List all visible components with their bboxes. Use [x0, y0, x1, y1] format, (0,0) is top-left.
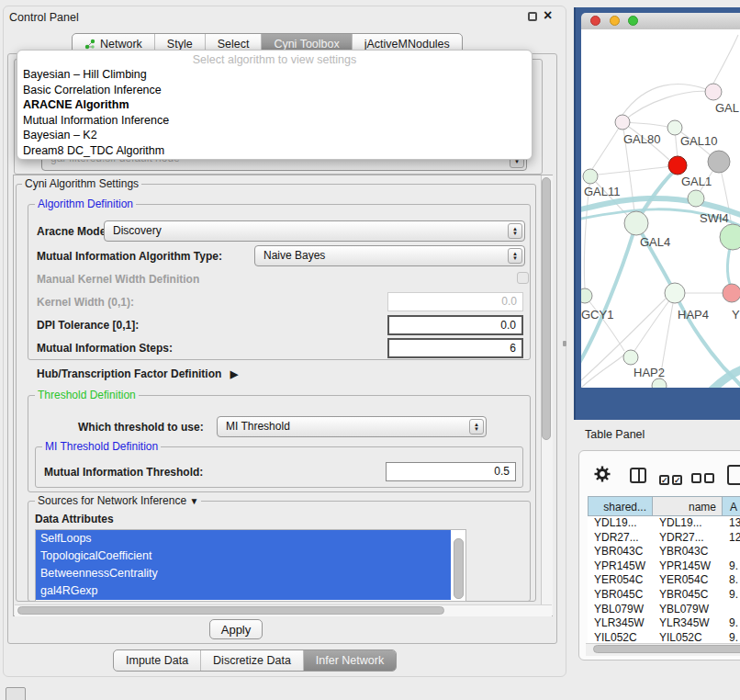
network-edge [622, 85, 713, 115]
mi-steps-label: Mutual Information Steps: [37, 342, 173, 355]
attribute-item-selfloops[interactable]: SelfLoops [36, 530, 451, 548]
network-edge [634, 293, 675, 351]
table-row[interactable]: YBL079WYBL079W [588, 603, 740, 617]
expand-arrow-icon[interactable]: ▶ [230, 368, 238, 379]
network-node-label: GAL80 [623, 132, 660, 146]
table-cell: YLR345W [588, 616, 653, 631]
close-traffic-light[interactable] [590, 16, 600, 26]
algorithm-option-bayesian-k2[interactable]: Bayesian – K2 [17, 128, 532, 143]
network-node[interactable] [667, 120, 682, 135]
table-cell: 12 [723, 531, 740, 546]
close-icon[interactable]: × [544, 7, 552, 24]
network-node-label: HAP4 [678, 308, 709, 322]
float-icon[interactable] [528, 12, 537, 21]
network-node[interactable] [723, 284, 740, 302]
manual-kernel-checkbox[interactable] [517, 272, 529, 284]
split-columns-icon[interactable] [630, 468, 646, 483]
column-header-name[interactable]: name [653, 496, 723, 516]
network-node[interactable] [624, 211, 648, 235]
splitter-handle[interactable] [563, 341, 566, 346]
kernel-width-field[interactable]: 0.0 [387, 292, 523, 311]
network-node[interactable] [583, 169, 598, 184]
network-node[interactable] [652, 378, 667, 388]
network-node[interactable] [708, 151, 730, 173]
network-node[interactable] [665, 283, 685, 303]
which-threshold-combo[interactable]: MI Threshold ▲▼ [217, 416, 487, 437]
collapse-arrow-icon[interactable]: ▼ [189, 496, 198, 506]
network-node[interactable] [623, 350, 638, 365]
network-node[interactable] [705, 84, 722, 100]
mi-threshold-label: Mutual Information Threshold: [44, 466, 203, 479]
attribute-item-betweennesscentrality[interactable]: BetweennessCentrality [36, 565, 451, 582]
new-table-icon[interactable] [727, 465, 740, 485]
table-row[interactable]: YBR043CYBR043C [588, 545, 740, 559]
column-header-shared[interactable]: shared... [588, 496, 653, 516]
network-canvas[interactable]: GALGAL80GAL10GAL1GAL11SWI4GAL4GCY1HAP4YH… [581, 29, 740, 388]
attribute-item-gal4rgexp[interactable]: gal4RGexp [36, 582, 451, 600]
network-window-titlebar[interactable] [581, 13, 740, 30]
bottom-tab-infer-network[interactable]: Infer Network [303, 650, 396, 671]
mi-steps-field[interactable]: 6 [387, 338, 523, 358]
algorithm-option-dream8-dc-tdc-algorithm[interactable]: Dream8 DC_TDC Algorithm [17, 143, 532, 159]
mi-threshold-field[interactable]: 0.5 [386, 462, 516, 481]
table-header-row: shared...nameA [588, 496, 740, 516]
sources-title-text: Sources for Network Inference [38, 494, 186, 507]
algorithm-option-basic-correlation-inference[interactable]: Basic Correlation Inference [17, 83, 532, 98]
aracne-mode-value: Discovery [113, 224, 162, 237]
data-attributes-list[interactable]: SelfLoopsTopologicalCoefficientBetweenne… [35, 529, 466, 602]
network-node[interactable] [668, 156, 687, 175]
network-node[interactable] [581, 288, 592, 303]
stepper-icon[interactable]: ▲▼ [508, 248, 522, 264]
network-graph[interactable]: GALGAL80GAL10GAL1GAL11SWI4GAL4GCY1HAP4YH… [581, 29, 740, 388]
network-node-label: GAL [715, 101, 739, 115]
dpi-tolerance-label: DPI Tolerance [0,1]: [37, 319, 139, 332]
mi-type-label: Mutual Information Algorithm Type: [37, 250, 222, 263]
dpi-tolerance-field[interactable]: 0.0 [387, 315, 523, 335]
table-hscrollbar-thumb[interactable] [593, 645, 740, 653]
network-node[interactable] [688, 190, 704, 207]
stepper-icon[interactable]: ▲▼ [469, 419, 484, 435]
table-row[interactable]: YDR27...YDR27...12 [588, 531, 740, 546]
which-threshold-value: MI Threshold [226, 420, 290, 433]
algorithm-option-aracne-algorithm[interactable]: ARACNE Algorithm [17, 97, 532, 113]
table-row[interactable]: YDL19...YDL19...13 [588, 516, 740, 531]
select-all-checkboxes-icon[interactable]: ✓✓ [659, 470, 685, 487]
table-settings-gear-icon[interactable] [593, 465, 611, 487]
table-cell: YLR345W [653, 616, 723, 631]
algorithm-option-bayesian-hill-climbing[interactable]: Bayesian – Hill Climbing [17, 67, 532, 83]
table-cell: YDL19... [588, 516, 653, 531]
table-row[interactable]: YBR045CYBR045C9. [588, 588, 740, 603]
attributes-vscrollbar-thumb[interactable] [454, 538, 464, 599]
algorithm-dropdown-placeholder: Select algorithm to view settings [17, 51, 532, 67]
settings-vscrollbar-thumb[interactable] [542, 177, 551, 440]
zoom-traffic-light[interactable] [628, 16, 638, 26]
network-node[interactable] [615, 115, 630, 130]
table-row[interactable]: YLR345WYLR345W9. [588, 616, 740, 631]
column-header-a[interactable]: A [723, 496, 740, 516]
attribute-item-topologicalcoefficient[interactable]: TopologicalCoefficient [36, 548, 451, 565]
sources-group-title[interactable]: Sources for Network Inference ▼ [35, 494, 201, 507]
stepper-icon[interactable]: ▲▼ [508, 223, 522, 239]
table-cell: YBR045C [588, 588, 653, 603]
bottom-tab-impute-data[interactable]: Impute Data [114, 650, 200, 671]
deselect-all-checkboxes-icon[interactable] [691, 470, 717, 487]
hub-section-label[interactable]: Hub/Transcription Factor Definition ▶ [37, 367, 238, 380]
table-row[interactable]: YER054CYER054C8. [588, 573, 740, 588]
mi-type-value: Naive Bayes [263, 249, 325, 262]
table-row[interactable]: YPR145WYPR145W9. [588, 559, 740, 574]
network-icon [84, 39, 95, 50]
apply-button[interactable]: Apply [209, 619, 263, 639]
tab-label: Impute Data [126, 650, 188, 671]
network-node-label: GAL10 [680, 134, 717, 148]
table-cell: 9. [723, 616, 740, 631]
bottom-tab-discretize-data[interactable]: Discretize Data [200, 650, 303, 671]
corner-button[interactable] [6, 687, 26, 700]
minimize-traffic-light[interactable] [610, 16, 620, 26]
settings-hscrollbar-thumb[interactable] [17, 606, 444, 615]
algorithm-dropdown-popup: Select algorithm to view settings Bayesi… [17, 50, 533, 160]
table-panel-title: Table Panel [585, 428, 645, 441]
mi-type-combo[interactable]: Naive Bayes ▲▼ [254, 245, 525, 266]
aracne-mode-combo[interactable]: Discovery ▲▼ [104, 220, 525, 242]
algorithm-option-mutual-information-inference[interactable]: Mutual Information Inference [17, 113, 532, 129]
network-node[interactable] [720, 224, 740, 250]
